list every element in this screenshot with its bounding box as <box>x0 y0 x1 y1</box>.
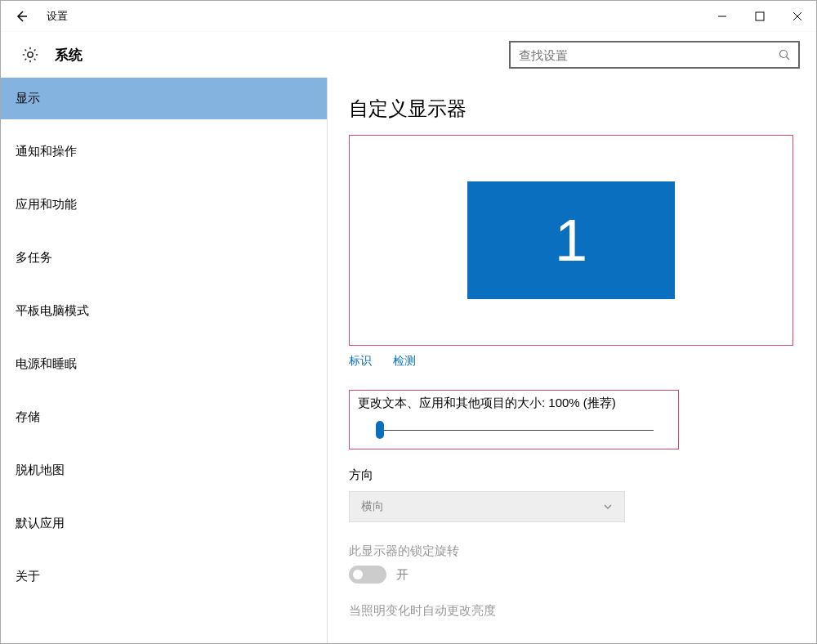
gear-icon <box>20 45 40 65</box>
identify-link[interactable]: 标识 <box>349 354 372 369</box>
sidebar-item-label: 应用和功能 <box>16 197 77 211</box>
body: 显示 通知和操作 应用和功能 多任务 平板电脑模式 电源和睡眠 存储 脱机地图 … <box>1 78 816 644</box>
titlebar: 设置 <box>1 1 816 32</box>
sidebar-item-storage[interactable]: 存储 <box>1 396 327 438</box>
orientation-label: 方向 <box>349 467 795 483</box>
sidebar-item-maps[interactable]: 脱机地图 <box>1 449 327 491</box>
orientation-select[interactable]: 横向 <box>349 491 625 522</box>
scale-section: 更改文本、应用和其他项目的大小: 100% (推荐) <box>349 390 679 449</box>
close-icon <box>792 11 802 21</box>
main-heading: 自定义显示器 <box>349 96 795 122</box>
sidebar-item-apps[interactable]: 应用和功能 <box>1 184 327 226</box>
scale-label: 更改文本、应用和其他项目的大小: 100% (推荐) <box>358 396 670 411</box>
svg-point-5 <box>28 52 33 57</box>
display-arrangement[interactable]: 1 <box>349 135 793 346</box>
sidebar-item-label: 电源和睡眠 <box>16 356 77 370</box>
orientation-value: 横向 <box>361 499 603 514</box>
settings-icon-wrap <box>14 45 47 65</box>
maximize-icon <box>755 11 765 21</box>
back-button[interactable] <box>1 1 42 32</box>
lock-rotation-label: 此显示器的锁定旋转 <box>349 543 795 559</box>
slider-thumb[interactable] <box>376 421 384 439</box>
sidebar-item-label: 显示 <box>16 91 40 105</box>
monitor-number: 1 <box>555 207 587 274</box>
sidebar-item-display[interactable]: 显示 <box>1 78 327 119</box>
detect-link[interactable]: 检测 <box>393 354 416 369</box>
lock-rotation-row: 开 <box>349 566 795 584</box>
page-title: 系统 <box>55 46 83 65</box>
monitor-1[interactable]: 1 <box>467 181 675 299</box>
minimize-icon <box>717 11 727 21</box>
lock-rotation-toggle[interactable] <box>349 566 386 584</box>
search-box[interactable] <box>509 41 800 69</box>
sidebar-item-label: 通知和操作 <box>16 144 77 158</box>
sidebar-item-label: 存储 <box>16 409 40 423</box>
arrow-left-icon <box>14 9 29 24</box>
maximize-button[interactable] <box>741 1 779 32</box>
sidebar: 显示 通知和操作 应用和功能 多任务 平板电脑模式 电源和睡眠 存储 脱机地图 … <box>1 78 328 644</box>
svg-line-7 <box>787 57 790 60</box>
sidebar-item-multitask[interactable]: 多任务 <box>1 237 327 279</box>
sidebar-item-label: 关于 <box>16 569 40 583</box>
minimize-button[interactable] <box>703 1 741 32</box>
sidebar-item-label: 多任务 <box>16 250 52 264</box>
lock-rotation-state: 开 <box>396 567 408 583</box>
search-input[interactable] <box>519 48 779 62</box>
sidebar-item-power[interactable]: 电源和睡眠 <box>1 343 327 385</box>
header: 系统 <box>1 32 816 78</box>
svg-rect-2 <box>756 12 764 20</box>
svg-point-6 <box>780 51 788 58</box>
chevron-down-icon <box>603 502 613 512</box>
sidebar-item-label: 脱机地图 <box>16 463 65 476</box>
window-controls <box>703 1 816 32</box>
search-icon <box>779 49 790 60</box>
sidebar-item-about[interactable]: 关于 <box>1 556 327 597</box>
close-button[interactable] <box>779 1 816 32</box>
sidebar-item-label: 默认应用 <box>16 516 65 530</box>
main-panel: 自定义显示器 1 标识 检测 更改文本、应用和其他项目的大小: 100% (推荐… <box>328 78 816 644</box>
sidebar-item-label: 平板电脑模式 <box>16 303 89 317</box>
sidebar-item-tablet[interactable]: 平板电脑模式 <box>1 290 327 332</box>
scale-slider[interactable] <box>376 423 654 437</box>
sidebar-item-notifications[interactable]: 通知和操作 <box>1 131 327 172</box>
sidebar-item-default-apps[interactable]: 默认应用 <box>1 503 327 544</box>
display-links: 标识 检测 <box>349 354 795 369</box>
brightness-label: 当照明变化时自动更改亮度 <box>349 603 795 619</box>
window-title: 设置 <box>42 9 68 24</box>
slider-track <box>376 430 654 431</box>
